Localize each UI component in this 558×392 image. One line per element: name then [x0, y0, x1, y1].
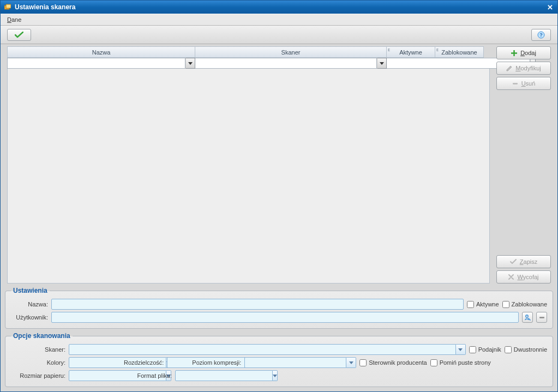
grid-filter-row	[7, 58, 490, 69]
rozdz-combo[interactable]	[167, 357, 189, 368]
format-combo[interactable]	[175, 370, 208, 381]
pomin-checkbox-input[interactable]	[430, 359, 437, 366]
bottom-panels: Ustawienia Nazwa: Aktywne Zablokowane Uż…	[1, 285, 557, 391]
window: Ustawienia skanera ✕ Dane ? Nazwa Skaner	[0, 0, 558, 392]
zablokowane-checkbox-label: Zablokowane	[512, 301, 547, 307]
sort-marker-icon: E	[436, 48, 439, 52]
dwustronnie-checkbox-label: Dwustronnie	[514, 346, 547, 353]
svg-rect-1	[6, 4, 11, 8]
delete-button[interactable]: Usuń	[496, 77, 551, 90]
group-ustawienia-legend: Ustawienia	[11, 287, 50, 294]
aktywne-checkbox-label: Aktywne	[476, 301, 499, 307]
confirm-button[interactable]	[7, 29, 31, 41]
filter-nazwa-dropdown[interactable]	[185, 58, 195, 69]
window-title: Ustawienia skanera	[15, 3, 75, 11]
grid-body[interactable]	[7, 69, 490, 284]
grid-header: Nazwa Skaner E Aktywne E Zablokowane	[7, 46, 490, 58]
aktywne-checkbox[interactable]: Aktywne	[467, 301, 499, 308]
svg-rect-6	[539, 317, 544, 318]
user-lookup-button[interactable]	[522, 312, 533, 323]
col-zablokowane[interactable]: E Zablokowane	[435, 46, 484, 58]
col-skaner-label: Skaner	[281, 49, 301, 56]
skaner-input[interactable]	[69, 344, 456, 355]
cancel-button[interactable]: Wycofaj	[496, 270, 551, 284]
dwustronnie-checkbox-input[interactable]	[505, 346, 512, 353]
podajnik-checkbox-label: Podajnik	[478, 346, 501, 353]
filter-nazwa-input[interactable]	[7, 58, 185, 69]
grid: Nazwa Skaner E Aktywne E Zablokowane	[7, 46, 490, 284]
group-ustawienia: Ustawienia Nazwa: Aktywne Zablokowane Uż…	[5, 287, 553, 329]
col-aktywne[interactable]: E Aktywne	[387, 46, 435, 58]
sterownik-checkbox-input[interactable]	[359, 359, 367, 366]
user-clear-button[interactable]	[536, 312, 547, 323]
skaner-dropdown[interactable]	[456, 344, 466, 355]
filter-skaner-input[interactable]	[195, 58, 377, 69]
format-label: Format pliku:	[124, 372, 172, 379]
toolbar: ?	[1, 26, 557, 44]
app-icon	[4, 3, 11, 11]
sort-marker-icon: E	[388, 48, 390, 52]
skaner-label: Skaner:	[11, 346, 65, 353]
sterownik-checkbox-label: Sterownik producenta	[369, 359, 427, 366]
pomin-checkbox-label: Pomiń puste strony	[440, 359, 491, 366]
col-aktywne-label: Aktywne	[399, 49, 422, 56]
skaner-combo[interactable]	[69, 344, 466, 355]
uzytkownik-input[interactable]	[51, 312, 519, 323]
save-button[interactable]: Zapisz	[496, 255, 551, 268]
titlebar: Ustawienia skanera ✕	[1, 1, 557, 14]
check-icon	[510, 259, 517, 264]
nazwa-label: Nazwa:	[11, 301, 48, 307]
col-skaner[interactable]: Skaner	[195, 46, 387, 58]
group-opcje-legend: Opcje skanowania	[11, 332, 73, 340]
menu-dane[interactable]: Dane	[4, 15, 25, 24]
col-zablokowane-label: Zablokowane	[441, 49, 477, 56]
col-nazwa-label: Nazwa	[92, 49, 111, 56]
user-search-icon	[524, 314, 531, 321]
sterownik-checkbox[interactable]: Sterownik producenta	[359, 359, 427, 366]
group-opcje: Opcje skanowania Skaner: Podajnik Dwustr…	[5, 332, 553, 387]
podajnik-checkbox-input[interactable]	[469, 346, 476, 353]
aktywne-checkbox-input[interactable]	[467, 301, 474, 308]
close-button[interactable]: ✕	[545, 3, 554, 11]
rozmiar-label: Rozmiar papieru:	[11, 372, 65, 379]
chevron-down-icon	[273, 375, 277, 377]
pencil-icon	[506, 65, 512, 71]
format-input[interactable]	[175, 370, 273, 381]
minus-icon	[539, 315, 545, 321]
svg-rect-4	[513, 83, 518, 85]
plus-icon	[511, 50, 517, 56]
menubar: Dane	[1, 14, 557, 26]
side-buttons: Dodaj Modyfikuj Usuń Zapisz Wycofaj	[496, 46, 551, 284]
rozmiar-combo[interactable]	[69, 370, 121, 381]
zablokowane-checkbox[interactable]: Zablokowane	[502, 301, 547, 308]
kolory-combo[interactable]	[69, 357, 121, 368]
chevron-down-icon	[458, 348, 463, 351]
dwustronnie-checkbox[interactable]: Dwustronnie	[505, 346, 547, 353]
add-button[interactable]: Dodaj	[496, 46, 551, 59]
poziom-input[interactable]	[244, 357, 346, 368]
edit-button[interactable]: Modyfikuj	[496, 62, 551, 75]
help-button[interactable]: ?	[531, 29, 551, 41]
main: Nazwa Skaner E Aktywne E Zablokowane	[1, 44, 557, 285]
x-icon	[508, 274, 514, 280]
svg-text:?: ?	[539, 32, 543, 38]
kolory-label: Kolory:	[11, 359, 65, 366]
zablokowane-checkbox-input[interactable]	[502, 301, 509, 308]
chevron-down-icon	[349, 361, 353, 364]
rozdz-label: Rozdzielczość:	[124, 359, 164, 366]
poziom-combo[interactable]	[244, 357, 356, 368]
podajnik-checkbox[interactable]: Podajnik	[469, 346, 501, 353]
poziom-label: Poziom kompresji:	[192, 359, 241, 366]
svg-point-5	[526, 315, 528, 317]
col-nazwa[interactable]: Nazwa	[7, 46, 195, 58]
check-icon	[15, 32, 23, 38]
poziom-dropdown[interactable]	[346, 357, 356, 368]
minus-icon	[512, 81, 518, 87]
uzytkownik-label: Użytkownik:	[11, 314, 48, 321]
format-dropdown[interactable]	[273, 370, 278, 381]
pomin-checkbox[interactable]: Pomiń puste strony	[430, 359, 491, 366]
help-icon: ?	[537, 31, 545, 39]
nazwa-input[interactable]	[51, 299, 464, 310]
filter-skaner-dropdown[interactable]	[377, 58, 387, 69]
